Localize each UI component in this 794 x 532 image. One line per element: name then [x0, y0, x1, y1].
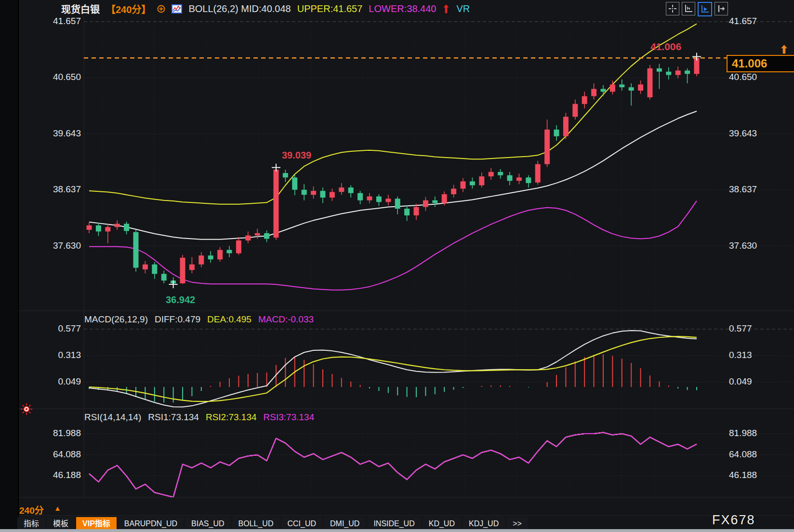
- indicator-tab-2[interactable]: 模板: [47, 517, 75, 530]
- axis-scale-icon[interactable]: [682, 2, 695, 15]
- candle: [563, 113, 569, 139]
- indicator-tab-5[interactable]: BIAS_UD: [185, 517, 230, 530]
- period-label[interactable]: 240分: [19, 503, 44, 516]
- boll-indicator-label: BOLL(26,2) MID:40.048: [188, 3, 291, 14]
- window-bottom-edge: [0, 529, 794, 532]
- indicator-tab-3[interactable]: VIP指标: [76, 517, 117, 530]
- rsi-header: RSI(14,14,14) RSI1:73.134 RSI2:73.134 RS…: [84, 412, 314, 423]
- indicator-tab-8[interactable]: DMI_UD: [324, 517, 366, 530]
- vr-indicator-label: VR: [456, 3, 470, 14]
- period-dropdown-icon[interactable]: ▲: [54, 504, 61, 512]
- timeframe-label: 【240分】: [106, 2, 151, 16]
- chart-header: 现货白银 【240分】 BOLL(26,2) MID:40.048 UPPER:…: [61, 2, 470, 15]
- indicator-tab-7[interactable]: CCI_UD: [281, 517, 322, 530]
- candle: [274, 168, 279, 240]
- macd-value-label: MACD:-0.033: [258, 314, 314, 325]
- trading-app-window: 分时图K线图闪电图合约资料 现货白银 【240分】 BOLL(26,2) MID…: [0, 0, 794, 532]
- boll-lower-label: LOWER:38.440: [369, 3, 436, 14]
- indicator-tab-9[interactable]: INSIDE_UD: [367, 517, 421, 530]
- rsi1-label: RSI1:73.134: [148, 412, 199, 423]
- hot-indicator-icon[interactable]: [20, 403, 33, 417]
- indicator-tab-10[interactable]: KD_UD: [423, 517, 461, 530]
- indicator-tab-6[interactable]: BOLL_UD: [232, 517, 280, 530]
- candle: [180, 255, 185, 284]
- current-price-tag: 41.006: [727, 55, 794, 72]
- add-indicator-icon[interactable]: [157, 5, 165, 13]
- indicator-tab-1[interactable]: 指标: [17, 517, 45, 530]
- rsi-title: RSI(14,14,14): [84, 412, 141, 423]
- macd-diff-label: DIFF:0.479: [155, 314, 200, 325]
- candle: [535, 161, 541, 185]
- candle: [648, 65, 653, 100]
- price-up-arrow-icon: [781, 44, 788, 56]
- watermark: FX678: [712, 513, 755, 528]
- rsi2-label: RSI2:73.134: [206, 412, 257, 423]
- up-arrow-icon: [442, 3, 450, 14]
- indicator-tab-12[interactable]: >>: [506, 517, 528, 530]
- macd-dea-label: DEA:0.495: [207, 314, 251, 325]
- rsi3-label: RSI3:73.134: [264, 412, 315, 423]
- chart-canvas[interactable]: [0, 0, 794, 532]
- crosshair-icon[interactable]: [666, 2, 679, 15]
- boll-upper-label: UPPER:41.657: [297, 3, 363, 14]
- chart-toolbar: [666, 2, 728, 16]
- indicator-tab-4[interactable]: BARUPDN_UD: [118, 517, 184, 530]
- macd-title: MACD(26,12,9): [84, 314, 148, 325]
- candle: [133, 230, 139, 272]
- macd-header: MACD(26,12,9) DIFF:0.479 DEA:0.495 MACD:…: [84, 314, 314, 325]
- axis-shift-icon[interactable]: [715, 2, 728, 15]
- candle-pattern-icon[interactable]: [172, 4, 182, 13]
- symbol-name: 现货白银: [61, 2, 100, 16]
- indicator-tab-bar: 指标模板VIP指标BARUPDN_UDBIAS_UDBOLL_UDCCI_UDD…: [17, 517, 528, 530]
- axis-play-icon[interactable]: [698, 2, 712, 16]
- indicator-tab-11[interactable]: KDJ_UD: [463, 517, 505, 530]
